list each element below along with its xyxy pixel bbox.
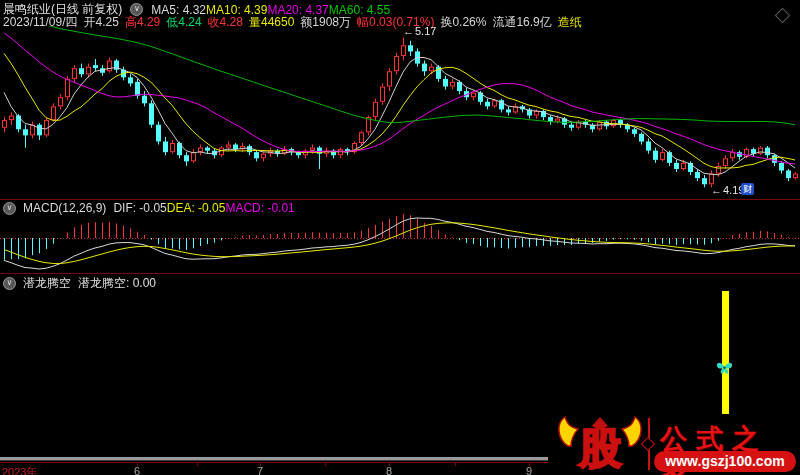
panel-separator[interactable] [0, 273, 800, 274]
month-label: 6 [134, 465, 140, 475]
quote-item: 额1908万 [300, 14, 351, 31]
macd-value: MACD: -0.01 [225, 201, 294, 215]
h-scrollbar[interactable] [0, 457, 556, 461]
qllk-value: 潜龙腾空: 0.00 [78, 275, 156, 292]
axis-tick [455, 462, 456, 466]
quote-item: 高4.29 [125, 14, 160, 31]
macd-values: DIF: -0.05DEA: -0.05MACD: -0.01 [113, 201, 294, 215]
month-label: 9 [526, 465, 532, 475]
month-label: 8 [386, 465, 392, 475]
quote-item: 造纸 [558, 14, 582, 31]
month-label: 7 [257, 465, 263, 475]
quote-item: 开4.25 [84, 14, 119, 31]
quote-item: 换0.26% [440, 14, 486, 31]
quote-item: 收4.28 [208, 14, 243, 31]
quote-item: 流通16.9亿 [492, 14, 551, 31]
chart-window: 晨鸣纸业(日线 前复权) ∨ MA5: 4.32MA10: 4.39MA20: … [0, 0, 800, 475]
qllk-header: ∨ 潜龙腾空 潜龙腾空: 0.00 [3, 275, 156, 292]
chart-canvas[interactable] [0, 0, 800, 475]
quote-item: 量44650 [249, 14, 294, 31]
macd-name: MACD(12,26,9) [23, 201, 106, 215]
finance-badge[interactable]: 财 [741, 183, 754, 195]
macd-header: ∨ MACD(12,26,9) DIF: -0.05DEA: -0.05MACD… [3, 201, 295, 215]
collapse-arrow-icon[interactable]: ∨ [3, 277, 16, 290]
qllk-name: 潜龙腾空 [23, 275, 71, 292]
year-label: 2023年 [2, 465, 37, 475]
collapse-arrow-icon[interactable]: ∨ [3, 202, 16, 215]
axis-tick [197, 462, 198, 466]
watermark-logo: 股 公式之家 www.gszj100.com [548, 414, 800, 475]
axis-tick [260, 462, 261, 466]
butterfly-icon [715, 359, 734, 376]
axis-tick [529, 462, 530, 466]
panel-separator[interactable] [0, 199, 800, 200]
quote-item: 2023/11/09/四 [3, 14, 78, 31]
axis-tick [325, 462, 326, 466]
axis-tick [137, 462, 138, 466]
quote-line: 2023/11/09/四开4.25高4.29低4.24收4.28量44650额1… [3, 14, 582, 31]
low-price-label: 4.19 [711, 184, 744, 196]
brand-url[interactable]: www.gszj100.com [654, 451, 796, 472]
macd-value: DIF: -0.05 [113, 201, 166, 215]
macd-value: DEA: -0.05 [167, 201, 226, 215]
quote-item: 低4.24 [166, 14, 201, 31]
axis-tick [389, 462, 390, 466]
bull-stock-icon: 股 [554, 414, 646, 472]
bull-char: 股 [578, 425, 622, 472]
high-price-label: 5.17 [403, 25, 436, 37]
